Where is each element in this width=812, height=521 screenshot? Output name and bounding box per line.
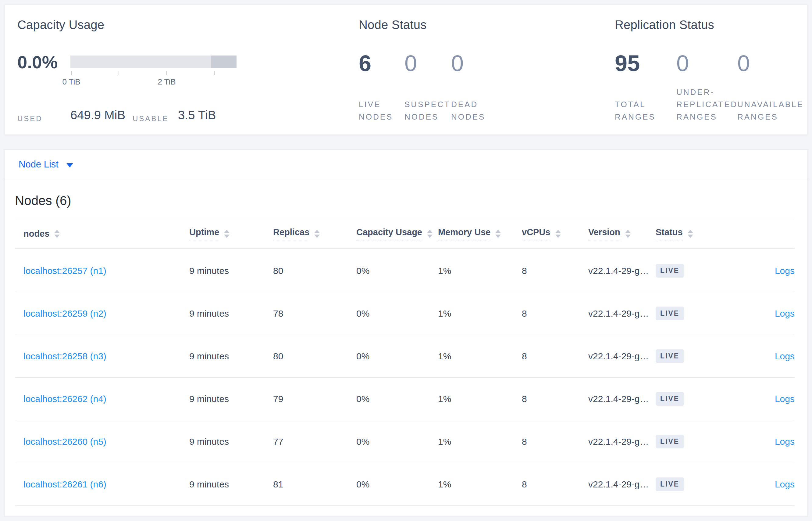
sort-icon <box>314 230 320 238</box>
sort-icon <box>427 230 432 238</box>
memory-cell: 1% <box>438 479 522 490</box>
unavailable-ranges-stat: 0 UNAVAILABLE RANGES <box>737 52 812 123</box>
uptime-cell: 9 minutes <box>189 266 273 276</box>
axis-tick <box>119 71 119 75</box>
table-row: localhost:26259 (n2) 9 minutes 78 0% 1% … <box>15 292 795 335</box>
column-header-nodes[interactable]: nodes <box>15 229 189 239</box>
view-selector-bar: Node List <box>4 150 808 179</box>
live-nodes-count: 6 <box>359 52 404 75</box>
column-header-vcpus[interactable]: vCPUs <box>522 227 588 240</box>
axis-tick <box>214 71 215 75</box>
capacity-cell: 0% <box>356 351 438 361</box>
uptime-cell: 9 minutes <box>189 351 273 361</box>
status-badge: LIVE <box>655 392 684 406</box>
logs-link[interactable]: Logs <box>775 394 795 404</box>
status-badge: LIVE <box>655 477 684 491</box>
replicas-cell: 80 <box>273 266 356 276</box>
node-link[interactable]: localhost:26262 (n4) <box>23 394 106 404</box>
logs-link[interactable]: Logs <box>775 479 795 490</box>
node-status-stats: 6 LIVE NODES 0 SUSPECT NODES 0 DEAD NODE… <box>359 52 512 123</box>
logs-link[interactable]: Logs <box>775 351 795 361</box>
total-ranges-count: 95 <box>615 52 676 75</box>
under-replicated-ranges-stat: 0 UNDER- REPLICATED RANGES <box>676 52 737 123</box>
column-header-uptime[interactable]: Uptime <box>189 227 273 240</box>
axis-tick <box>71 71 72 75</box>
replicas-cell: 78 <box>273 309 356 319</box>
replication-status-stats: 95 TOTAL RANGES 0 UNDER- REPLICATED RANG… <box>615 52 812 123</box>
nodes-table-title: Nodes (6) <box>15 194 71 208</box>
replicas-cell: 81 <box>273 479 356 490</box>
capacity-reserved-segment <box>211 55 237 68</box>
vcpus-cell: 8 <box>522 479 588 490</box>
node-status-title: Node Status <box>359 18 426 32</box>
nodes-table-card: Nodes (6) nodes Uptime Replicas Capacity… <box>4 179 808 516</box>
table-row: localhost:26262 (n4) 9 minutes 79 0% 1% … <box>15 378 795 420</box>
vcpus-cell: 8 <box>522 266 588 276</box>
sort-icon <box>625 230 631 238</box>
logs-link[interactable]: Logs <box>775 309 795 319</box>
column-header-version[interactable]: Version <box>588 227 655 240</box>
capacity-cell: 0% <box>356 436 438 447</box>
node-link[interactable]: localhost:26257 (n1) <box>23 266 106 276</box>
column-header-replicas[interactable]: Replicas <box>273 227 356 240</box>
version-cell: v22.1.4-29-g… <box>588 479 655 490</box>
status-badge: LIVE <box>655 264 684 277</box>
node-link[interactable]: localhost:26261 (n6) <box>23 479 106 490</box>
uptime-cell: 9 minutes <box>189 309 273 319</box>
logs-link[interactable]: Logs <box>775 436 795 447</box>
sort-icon <box>54 230 60 238</box>
total-ranges-label: TOTAL RANGES <box>615 98 676 123</box>
table-row: localhost:26260 (n5) 9 minutes 77 0% 1% … <box>15 420 795 463</box>
live-nodes-label: LIVE NODES <box>359 98 404 123</box>
memory-cell: 1% <box>438 436 522 447</box>
nodes-table-header: nodes Uptime Replicas Capacity Usage Mem… <box>15 219 795 249</box>
table-row: localhost:26261 (n6) 9 minutes 81 0% 1% … <box>15 463 795 506</box>
memory-cell: 1% <box>438 351 522 361</box>
axis-tick <box>166 71 167 75</box>
replicas-cell: 79 <box>273 394 356 404</box>
capacity-used-percent: 0.0% <box>17 53 57 71</box>
memory-cell: 1% <box>438 266 522 276</box>
node-list-dropdown[interactable]: Node List <box>19 150 73 179</box>
axis-tick-label: 2 TiB <box>158 77 175 87</box>
node-link[interactable]: localhost:26259 (n2) <box>23 309 106 319</box>
vcpus-cell: 8 <box>522 309 588 319</box>
suspect-nodes-stat: 0 SUSPECT NODES <box>404 52 451 123</box>
suspect-nodes-label: SUSPECT NODES <box>404 98 451 123</box>
version-cell: v22.1.4-29-g… <box>588 266 655 276</box>
unavailable-ranges-label: UNAVAILABLE RANGES <box>737 98 812 123</box>
column-header-capacity-usage[interactable]: Capacity Usage <box>356 227 438 240</box>
column-header-status[interactable]: Status <box>655 227 729 240</box>
node-list-dropdown-label: Node List <box>19 159 58 170</box>
node-link[interactable]: localhost:26258 (n3) <box>23 351 106 361</box>
version-cell: v22.1.4-29-g… <box>588 309 655 319</box>
capacity-usable-value: 3.5 TiB <box>178 108 216 122</box>
status-badge: LIVE <box>655 307 684 320</box>
logs-link[interactable]: Logs <box>775 266 795 276</box>
dead-nodes-stat: 0 DEAD NODES <box>451 52 512 123</box>
memory-cell: 1% <box>438 309 522 319</box>
uptime-cell: 9 minutes <box>189 394 273 404</box>
unavailable-ranges-count: 0 <box>737 52 812 75</box>
capacity-used-label: USED <box>17 114 43 123</box>
sort-icon <box>555 230 561 238</box>
suspect-nodes-count: 0 <box>404 52 451 75</box>
replication-status-title: Replication Status <box>615 18 714 32</box>
version-cell: v22.1.4-29-g… <box>588 394 655 404</box>
capacity-used-value: 649.9 MiB <box>70 108 125 122</box>
capacity-usage-bar <box>70 55 237 68</box>
nodes-table-body: localhost:26257 (n1) 9 minutes 80 0% 1% … <box>15 250 795 506</box>
live-nodes-stat: 6 LIVE NODES <box>359 52 404 123</box>
uptime-cell: 9 minutes <box>189 479 273 490</box>
table-row: localhost:26257 (n1) 9 minutes 80 0% 1% … <box>15 250 795 292</box>
column-header-memory-use[interactable]: Memory Use <box>438 227 522 240</box>
cluster-summary-card: Capacity Usage 0.0% 0 TiB 2 TiB USED 649… <box>4 4 808 135</box>
replicas-cell: 80 <box>273 351 356 361</box>
axis-tick-label: 0 TiB <box>62 77 80 87</box>
version-cell: v22.1.4-29-g… <box>588 436 655 447</box>
capacity-usage-title: Capacity Usage <box>17 18 104 32</box>
capacity-usable-label: USABLE <box>133 114 169 123</box>
node-link[interactable]: localhost:26260 (n5) <box>23 436 106 447</box>
status-badge: LIVE <box>655 435 684 448</box>
vcpus-cell: 8 <box>522 351 588 361</box>
